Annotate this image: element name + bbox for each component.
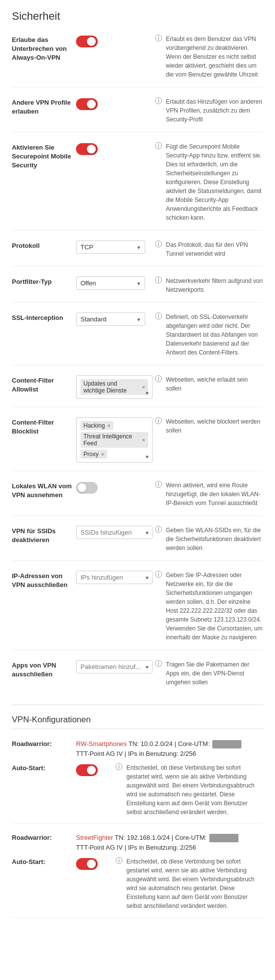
vpn-autostart-entry: Auto-Start:iEntscheidet, ob diese Verbin…: [12, 857, 263, 910]
tag-remove-button[interactable]: ×: [101, 452, 104, 457]
description-col: iWenn aktiviert, wird eine Route hinzuge…: [155, 481, 263, 508]
add-input[interactable]: [76, 571, 153, 584]
page-title: Sicherheit: [12, 10, 263, 23]
chevron-down-icon: ▼: [145, 454, 150, 460]
tag-remove-button[interactable]: ×: [142, 437, 145, 443]
description-text: Definiert, ob SSL-Datenverkehr abgefange…: [166, 313, 263, 357]
toggle-switch[interactable]: [76, 36, 98, 47]
info-icon: i: [155, 481, 162, 488]
autostart-control: [76, 857, 116, 871]
settings-container: Erlaube das Unterbrechen von Always-On-V…: [12, 35, 263, 695]
setting-label: Portfilter-Typ: [12, 276, 76, 286]
settings-row-ssl-interception: SSL-InterceptionStandardAktivInaktiv▼iDe…: [12, 313, 263, 365]
settings-row-vpn-ips: IP-Adressen von VPN ausschließen▼iGeben …: [12, 571, 263, 650]
description-text: Wenn aktiviert, wird eine Route hinzugef…: [166, 481, 263, 508]
info-icon: i: [155, 142, 162, 149]
toggle-switch[interactable]: [76, 143, 98, 155]
info-icon: i: [116, 857, 122, 864]
description-text: Webseiten, welche blockiert werden solle…: [166, 417, 263, 435]
description-text: Entscheidet, ob diese Verbindung bei sof…: [126, 857, 263, 910]
setting-label: Erlaube das Unterbrechen von Always-On-V…: [12, 35, 76, 63]
autostart-control: [76, 763, 116, 778]
description-col: iGeben Sie WLAN-SSIDs ein, für die die S…: [155, 526, 263, 552]
settings-row-protokoll: ProtokollTCPUDP▼iDas Protokoll, das für …: [12, 240, 263, 267]
setting-label: IP-Adressen von VPN ausschließen: [12, 571, 76, 589]
control-col: StandardAktivInaktiv▼: [76, 313, 155, 326]
setting-label: Content-Filter Allowlist: [12, 375, 76, 394]
description-col: iWebseiten, welche erlaubt sein sollen: [155, 375, 263, 393]
description-text: Webseiten, welche erlaubt sein sollen: [166, 375, 263, 393]
toggle-switch[interactable]: [76, 98, 98, 110]
settings-row-content-filter-allowlist: Content-Filter AllowlistUpdates und wich…: [12, 375, 263, 407]
vpn-content: RW-Smartphones TN: 10.0.2.0/24 | Core-UT…: [76, 739, 263, 758]
toggle-switch[interactable]: [76, 764, 98, 776]
censored-block: ██████: [212, 740, 241, 748]
description-text: Geben Sie IP-Adressen oder Netzwerke ein…: [166, 571, 263, 642]
vpn-line2: TTT-Point AG IV | IPs in Benutzung: 2/25…: [76, 843, 263, 853]
settings-row-mobile-security: Aktivieren Sie Securepoint Mobile Securi…: [12, 142, 263, 231]
tag-remove-button[interactable]: ×: [142, 385, 145, 390]
settings-row-content-filter-blocklist: Content-Filter BlocklistHacking×Threat I…: [12, 417, 263, 471]
vpn-line1: RW-Smartphones TN: 10.0.2.0/24 | Core-UT…: [76, 739, 263, 749]
description-text: Tragen Sie die Paketnamen der Apps ein, …: [166, 660, 263, 687]
info-icon: i: [155, 660, 162, 667]
tag: Proxy×: [80, 450, 107, 459]
info-icon: i: [155, 97, 162, 104]
vpn-name-link[interactable]: StreetFighter: [76, 834, 113, 841]
description-text: Fügt die Securepoint Mobile Security-App…: [166, 142, 263, 222]
section-separator: [12, 705, 263, 705]
control-col: ▼: [76, 660, 155, 673]
tag-input-area[interactable]: Updates und wichtige Dienste×▼: [76, 375, 153, 399]
description-col: iErlaubt es dem Benutzer das VPN vorüber…: [155, 35, 263, 79]
tag-remove-button[interactable]: ×: [107, 423, 110, 429]
vpn-section-title: VPN-Konfigurationen: [12, 715, 263, 729]
autostart-label: Auto-Start:: [12, 763, 76, 772]
toggle-switch[interactable]: [76, 482, 98, 494]
control-col: Hacking×Threat Intelligence Feed×Proxy×▼: [76, 417, 155, 463]
info-icon: i: [155, 240, 162, 247]
tag: Hacking×: [80, 421, 114, 430]
description-col: iFügt die Securepoint Mobile Security-Ap…: [155, 142, 263, 222]
select-wrapper[interactable]: StandardAktivInaktiv▼: [76, 313, 145, 326]
info-icon: i: [155, 417, 162, 424]
control-col: [76, 481, 155, 495]
description-col: iDefiniert, ob SSL-Datenverkehr abgefang…: [155, 313, 263, 357]
settings-row-apps-vpn: Apps von VPN ausschließen▼iTragen Sie di…: [12, 660, 263, 695]
control-col: [76, 142, 155, 157]
add-input-wrapper[interactable]: ▼: [76, 571, 153, 584]
tag-input-area[interactable]: Hacking×Threat Intelligence Feed×Proxy×▼: [76, 417, 153, 463]
control-col: ▼: [76, 571, 155, 584]
info-icon: i: [155, 526, 162, 533]
autostart-label: Auto-Start:: [12, 857, 76, 865]
select-wrapper[interactable]: TCPUDP▼: [76, 240, 145, 254]
select-wrapper[interactable]: OffenStandardStreng▼: [76, 276, 145, 290]
settings-row-vpn-ssids: VPN für SSIDs deaktivieren▼iGeben Sie WL…: [12, 526, 263, 561]
description-text: Netzwerkverkehr filtern aufgrund von Net…: [166, 276, 263, 294]
info-icon: i: [155, 571, 162, 578]
description-text: Erlaubt das Hinzufügen von anderen VPN P…: [166, 97, 263, 124]
settings-row-always-on-vpn: Erlaube das Unterbrechen von Always-On-V…: [12, 35, 263, 87]
control-col: ▼: [76, 526, 155, 539]
info-icon: i: [116, 763, 122, 770]
setting-label: Aktivieren Sie Securepoint Mobile Securi…: [12, 142, 76, 170]
vpn-entry: Roadwarrior:StreetFighter TN: 192.168.1.…: [12, 833, 263, 852]
control-col: [76, 97, 155, 112]
add-input[interactable]: [76, 660, 153, 673]
toggle-switch[interactable]: [76, 858, 98, 870]
description-col: iEntscheidet, ob diese Verbindung bei so…: [116, 857, 263, 910]
description-col: iNetzwerkverkehr filtern aufgrund von Ne…: [155, 276, 263, 294]
vpn-name-link[interactable]: RW-Smartphones: [76, 740, 127, 747]
setting-label: SSL-Interception: [12, 313, 76, 322]
description-text: Entscheidet, ob diese Verbindung bei sof…: [126, 763, 263, 817]
add-input-wrapper[interactable]: ▼: [76, 660, 153, 673]
description-col: iGeben Sie IP-Adressen oder Netzwerke ei…: [155, 571, 263, 642]
control-col: [76, 35, 155, 49]
setting-label: Andere VPN Profile erlauben: [12, 97, 76, 116]
vpn-line2: TTT-Point AG IV | IPs in Benutzung: 2/25…: [76, 749, 263, 759]
vpn-roadwarrior-row-0: Roadwarrior:RW-Smartphones TN: 10.0.2.0/…: [12, 739, 263, 824]
add-input[interactable]: [76, 526, 153, 539]
setting-label: VPN für SSIDs deaktivieren: [12, 526, 76, 545]
description-col: iTragen Sie die Paketnamen der Apps ein,…: [155, 660, 263, 687]
add-input-wrapper[interactable]: ▼: [76, 526, 153, 539]
tag: Updates und wichtige Dienste×: [80, 379, 148, 395]
